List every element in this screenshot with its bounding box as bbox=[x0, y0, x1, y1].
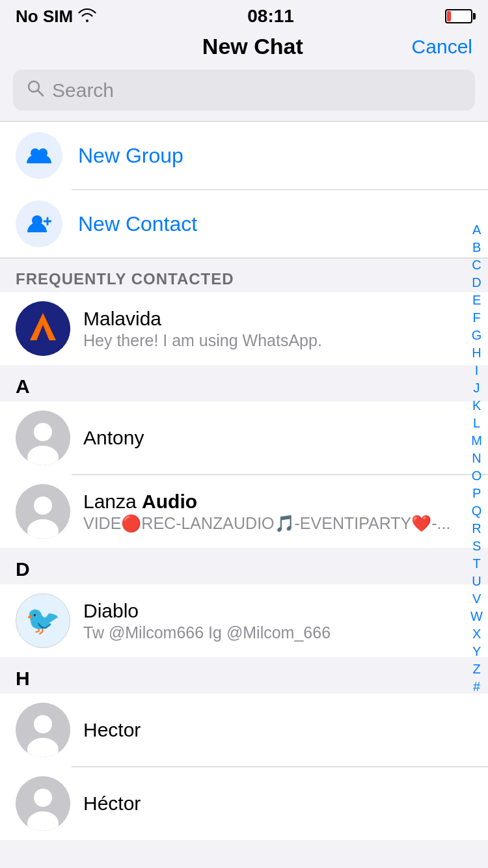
antony-name: Antony bbox=[83, 427, 472, 449]
search-bar[interactable]: Search bbox=[13, 70, 475, 111]
lanza-audio-sub: VIDE🔴REC-LANZAUDIO🎵-EVENTIPARTY❤️-... bbox=[83, 514, 472, 533]
add-contact-icon bbox=[27, 211, 51, 236]
group-icon bbox=[27, 143, 51, 168]
diablo-info: Diablo Tw @Milcom666 Ig @Milcom_666 bbox=[83, 600, 472, 642]
avatar-hector1 bbox=[16, 703, 70, 757]
search-placeholder: Search bbox=[52, 79, 114, 102]
malavida-logo bbox=[16, 301, 70, 356]
alpha-letter-a[interactable]: A bbox=[472, 221, 481, 238]
contact-row-antony[interactable]: Antony bbox=[0, 401, 488, 474]
lanza-bold: Audio bbox=[142, 491, 197, 512]
navigation-header: New Chat Cancel bbox=[0, 29, 488, 70]
avatar-hector2 bbox=[16, 776, 70, 831]
new-contact-label: New Contact bbox=[78, 212, 197, 236]
battery-icon bbox=[445, 9, 472, 23]
alpha-letter-s[interactable]: S bbox=[472, 537, 481, 554]
alpha-letter-f[interactable]: F bbox=[472, 309, 480, 326]
new-group-button[interactable]: New Group bbox=[0, 122, 488, 189]
status-time: 08:11 bbox=[247, 6, 294, 27]
hector2-name: Héctor bbox=[83, 793, 472, 815]
hector2-info: Héctor bbox=[83, 793, 472, 815]
avatar-antony bbox=[16, 411, 70, 465]
section-letter-d: D bbox=[0, 553, 488, 583]
alpha-letter-q[interactable]: Q bbox=[472, 502, 482, 519]
diablo-sub: Tw @Milcom666 Ig @Milcom_666 bbox=[83, 623, 472, 642]
avatar-malavida bbox=[16, 301, 70, 356]
cancel-button[interactable]: Cancel bbox=[412, 36, 472, 58]
alpha-letter-y[interactable]: Y bbox=[472, 643, 481, 660]
alpha-letter-c[interactable]: C bbox=[472, 256, 481, 273]
alpha-letter-#[interactable]: # bbox=[473, 678, 480, 695]
alphabet-index[interactable]: ABCDEFGHIJKLMNOPQRSTUVWXYZ# bbox=[470, 221, 483, 695]
frequently-contacted-header: FREQUENTLY CONTACTED bbox=[0, 264, 488, 292]
contact-row-lanza-audio[interactable]: Lanza Audio VIDE🔴REC-LANZAUDIO🎵-EVENTIPA… bbox=[0, 475, 488, 548]
contact-row-diablo[interactable]: 🐦 Diablo Tw @Milcom666 Ig @Milcom_666 bbox=[0, 584, 488, 657]
alpha-letter-x[interactable]: X bbox=[472, 625, 481, 642]
alpha-letter-b[interactable]: B bbox=[472, 239, 481, 256]
svg-point-14 bbox=[34, 496, 52, 515]
alpha-letter-z[interactable]: Z bbox=[472, 660, 480, 677]
alpha-letter-w[interactable]: W bbox=[470, 608, 483, 625]
hector1-name: Hector bbox=[83, 719, 472, 741]
person-icon-hector2 bbox=[16, 776, 70, 831]
new-group-label: New Group bbox=[78, 144, 183, 168]
alpha-letter-l[interactable]: L bbox=[473, 414, 480, 431]
alpha-letter-u[interactable]: U bbox=[472, 573, 481, 590]
lanza-prefix: Lanza bbox=[83, 491, 142, 512]
malavida-sub: Hey there! I am using WhatsApp. bbox=[83, 331, 472, 350]
wifi-icon bbox=[78, 7, 96, 27]
malavida-info: Malavida Hey there! I am using WhatsApp. bbox=[83, 308, 472, 350]
alpha-letter-d[interactable]: D bbox=[472, 274, 481, 291]
status-carrier-wifi: No SIM bbox=[16, 7, 96, 27]
contact-row-hector1[interactable]: Hector bbox=[0, 694, 488, 766]
svg-point-0 bbox=[29, 81, 39, 92]
status-battery bbox=[445, 9, 472, 23]
alpha-letter-v[interactable]: V bbox=[472, 590, 481, 607]
carrier-label: No SIM bbox=[16, 7, 73, 27]
search-icon bbox=[26, 79, 44, 102]
section-h-contacts: Hector Héctor bbox=[0, 694, 488, 840]
alpha-letter-g[interactable]: G bbox=[472, 327, 482, 344]
lanza-audio-info: Lanza Audio VIDE🔴REC-LANZAUDIO🎵-EVENTIPA… bbox=[83, 491, 472, 533]
avatar-lanza-audio bbox=[16, 484, 70, 539]
alpha-letter-k[interactable]: K bbox=[472, 397, 481, 414]
section-a-contacts: Antony Lanza Audio VIDE🔴REC-LANZAUDIO🎵-E… bbox=[0, 401, 488, 548]
alpha-letter-p[interactable]: P bbox=[472, 485, 481, 502]
person-icon-antony bbox=[16, 411, 70, 465]
section-letter-h: H bbox=[0, 662, 488, 692]
alpha-letter-t[interactable]: T bbox=[472, 555, 480, 572]
hector1-info: Hector bbox=[83, 719, 472, 741]
alpha-letter-r[interactable]: R bbox=[472, 520, 481, 537]
search-bar-container: Search bbox=[0, 70, 488, 121]
svg-point-11 bbox=[34, 423, 52, 441]
section-letter-a: A bbox=[0, 370, 488, 400]
lanza-audio-name: Lanza Audio bbox=[83, 491, 472, 513]
svg-line-1 bbox=[38, 91, 44, 96]
alpha-letter-e[interactable]: E bbox=[472, 292, 481, 308]
svg-point-19 bbox=[34, 715, 52, 733]
alpha-letter-i[interactable]: I bbox=[475, 362, 479, 379]
alpha-letter-o[interactable]: O bbox=[472, 467, 482, 484]
page-title: New Chat bbox=[202, 34, 303, 59]
alpha-letter-n[interactable]: N bbox=[472, 450, 481, 467]
alpha-letter-m[interactable]: M bbox=[471, 432, 482, 449]
person-icon-hector1 bbox=[16, 703, 70, 757]
section-d-contacts: 🐦 Diablo Tw @Milcom666 Ig @Milcom_666 bbox=[0, 584, 488, 657]
diablo-name: Diablo bbox=[83, 600, 472, 622]
svg-text:🐦: 🐦 bbox=[25, 604, 61, 637]
contact-row-hector2[interactable]: Héctor bbox=[0, 767, 488, 840]
person-icon-lanza bbox=[16, 484, 70, 539]
status-bar: No SIM 08:11 bbox=[0, 0, 488, 29]
avatar-diablo: 🐦 bbox=[16, 593, 70, 648]
diablo-avatar-img: 🐦 bbox=[16, 593, 70, 648]
new-contact-button[interactable]: New Contact bbox=[0, 190, 488, 258]
action-list: New Group New Contact bbox=[0, 122, 488, 258]
frequently-contacted-list: Malavida Hey there! I am using WhatsApp. bbox=[0, 292, 488, 365]
malavida-name: Malavida bbox=[83, 308, 472, 330]
contact-row-malavida[interactable]: Malavida Hey there! I am using WhatsApp. bbox=[0, 292, 488, 365]
new-contact-icon-circle bbox=[16, 200, 62, 247]
alpha-letter-h[interactable]: H bbox=[472, 344, 481, 361]
antony-info: Antony bbox=[83, 427, 472, 449]
svg-point-22 bbox=[34, 789, 52, 807]
alpha-letter-j[interactable]: J bbox=[474, 379, 480, 396]
